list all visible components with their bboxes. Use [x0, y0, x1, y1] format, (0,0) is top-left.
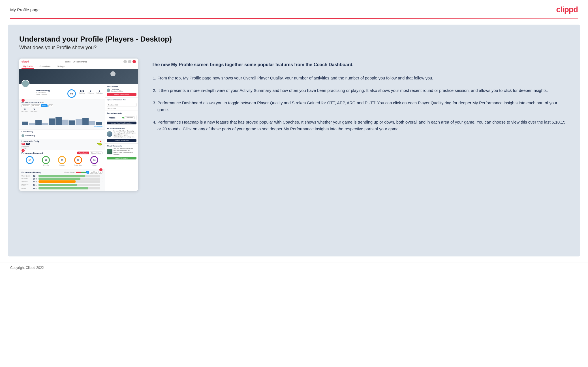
mock-rings-row: 92 90 Off the Tee 85 Approach [22, 156, 102, 166]
mock-community-avatar [107, 149, 112, 154]
mock-nav-performance[interactable]: My Performance [73, 61, 87, 63]
mock-quality-ring[interactable]: 92 [67, 89, 76, 98]
mock-latest-avatar [22, 134, 24, 137]
mockup-column: clippd Home My Performance My Profile [19, 59, 138, 191]
mock-stats: 131 Activities 3 Followers 5 Following [79, 89, 102, 94]
mock-act-stat-on: 24 On Course [22, 108, 28, 113]
mock-practice-section: Record a Practice Drill Be one of the Cl… [105, 126, 138, 144]
mock-player-location: United Kingdom [36, 94, 64, 95]
mock-ctrl-off[interactable]: Off-course [31, 104, 40, 107]
mock-ring-overall-val: 92 [26, 156, 34, 164]
feature-item-2: It then presents a more in-depth view of… [157, 87, 569, 94]
mock-practice-avatar [107, 131, 112, 137]
mock-heatmap-header: Performance Heatmap 5 Round Change: 5 10 [22, 171, 102, 174]
mock-ring-app-val: 85 [58, 156, 66, 164]
mock-heatmap: 4 Performance Heatmap 5 Round Change: [19, 169, 105, 191]
mock-stat-activities: 131 Activities [79, 89, 85, 94]
mock-stat-following-lbl: Following [97, 92, 102, 94]
mock-tab-profile[interactable]: My Profile [22, 64, 34, 69]
mock-coach-info: Dan Davies Barnstaple Golf Club [111, 89, 123, 92]
header-divider [10, 18, 578, 19]
mock-ring-ott-lbl: Off the Tee [42, 165, 50, 166]
mock-tab-settings[interactable]: Settings [55, 64, 66, 69]
mock-activity-stats: 24 On Course 3 Off Course [22, 108, 102, 113]
mock-logo: clippd [22, 60, 29, 63]
mock-ring-putt-val: 96 [90, 156, 98, 164]
mock-disconnect-btn[interactable]: Disconnect [125, 116, 134, 119]
mock-arccos-name: Arccos [109, 117, 116, 119]
mock-tab-connections[interactable]: Connections [38, 64, 52, 69]
mock-user-icon[interactable] [132, 60, 136, 63]
mock-nav-home[interactable]: Home [65, 61, 70, 63]
mock-connect-title: Connect your data [107, 112, 136, 114]
mock-perf-toggles: Player Quality Strokes Gained [77, 152, 102, 154]
mock-ring-app[interactable]: 85 Approach [58, 156, 66, 166]
page-title: My Profile page [10, 7, 40, 12]
golf-ball-decoration [110, 71, 116, 76]
mock-hm-ctrl-15[interactable]: 15 [94, 171, 98, 174]
mock-hm-lbl-app: Approach [22, 181, 32, 182]
app-mockup: clippd Home My Performance My Profile [19, 59, 138, 191]
two-column-layout: clippd Home My Performance My Profile [19, 59, 569, 191]
mock-coach-item: Dan Davies Barnstaple Golf Club [107, 88, 136, 92]
mock-hm-rounds-label: 5 Round Change: [64, 171, 75, 173]
mock-connected-dot [122, 117, 124, 118]
mock-heatmap-controls: 5 Round Change: 5 10 15 20 [64, 171, 102, 174]
mock-community-item: Visit the Clippd Community and discover … [107, 148, 136, 156]
mock-hm-val-putt: 96 ↑ [33, 187, 38, 189]
mock-hm-ctrl-5[interactable]: 5 [86, 171, 89, 174]
mock-community-title: Clippd Community [107, 145, 136, 147]
mock-ring-putt-lbl: Putting [90, 165, 98, 166]
mock-hm-arrow-arg: ↑ [102, 184, 102, 186]
mock-hm-arrow-overall: ↑ [102, 175, 102, 177]
mock-act-stat-off: 3 Off Course [31, 108, 37, 113]
header: My Profile page clippd [0, 0, 588, 18]
mock-hm-row-putt: Putting 96 ↑ ↑ [22, 187, 102, 189]
mock-hm-ctrl-10[interactable]: 10 [90, 171, 94, 174]
mock-ring-ott[interactable]: 90 Off the Tee [42, 156, 50, 166]
mock-manage-coaches-btn[interactable]: Manage Your Coaches [107, 93, 136, 96]
mock-lesson: Lesson with Fordy golf pro 01h 30 mins 1… [19, 139, 105, 150]
mock-hm-bar-wrap-app [39, 180, 100, 183]
mock-trackman-input[interactable] [107, 103, 136, 107]
mock-manage-integrations-btn[interactable]: Manage Your Data Integrations [107, 122, 136, 124]
intro-text: The new My Profile screen brings togethe… [152, 61, 569, 68]
mock-toggle-pq[interactable]: Player Quality [77, 152, 89, 154]
mock-lesson-title: Lesson with Fordy [22, 140, 97, 142]
mock-activity-title: Monthly Activity - 6 Months [22, 102, 102, 103]
mock-toggle-sg[interactable]: Strokes Gained [90, 152, 102, 154]
mock-ring-putt[interactable]: 96 Putting [90, 156, 98, 166]
mock-ring-arg[interactable]: 86 Around Green [74, 156, 82, 166]
main-heading: Understand your Profile (Players - Deskt… [19, 35, 569, 44]
main-subheading: What does your Profile show you? [19, 45, 569, 51]
mock-stat-activities-val: 131 [79, 89, 85, 92]
mock-hm-row-app: Approach 85 ↑ ↑ [22, 180, 102, 183]
mock-lesson-icon: ⛳ [97, 140, 102, 149]
mock-settings-icon[interactable] [128, 60, 131, 63]
mock-ctrl-5m[interactable]: 5 mths [41, 104, 48, 107]
mock-ctrl-on[interactable]: On-course [22, 104, 30, 107]
mock-search-icon[interactable] [123, 60, 127, 63]
mock-hm-bar-ott [39, 178, 80, 180]
mock-ctrl-1y[interactable]: 1 yr [48, 104, 53, 107]
mock-stat-followers: 3 Followers [87, 89, 93, 94]
mock-hm-val-overall: 92 [33, 175, 38, 177]
mock-practice-item: Be one of the Clippd Community who regul… [107, 130, 136, 138]
mock-launch-capture-btn[interactable]: Launch Capture App [107, 139, 136, 142]
mock-latest-activity: Latest Activity Blair McHarg [19, 129, 105, 139]
mock-hm-bar-putt [39, 187, 88, 189]
mock-bar-chart [22, 114, 102, 125]
mock-profile-header [19, 69, 138, 84]
mock-profile-info: Blair McHarg Plus Handicap United Kingdo… [19, 84, 105, 100]
mock-hm-lbl-overall: Player Quality [22, 175, 32, 177]
mock-activity-controls: On-course Off-course 5 mths 1 yr [22, 104, 102, 107]
mock-act-off-val: 3 [31, 108, 37, 111]
mock-ring-overall[interactable]: 92 [26, 156, 34, 166]
mock-act-on-lbl: On Course [22, 111, 28, 113]
mock-latest-item: Blair McHarg [22, 134, 102, 138]
mock-ring-arg-val: 86 [74, 156, 82, 164]
mock-body: Blair McHarg Plus Handicap United Kingdo… [19, 84, 138, 191]
mock-all-activities-btn[interactable]: All Activities [22, 125, 102, 128]
text-column: The new My Profile screen brings togethe… [152, 59, 569, 133]
mock-launch-community-btn[interactable]: Launch Community [107, 157, 136, 159]
